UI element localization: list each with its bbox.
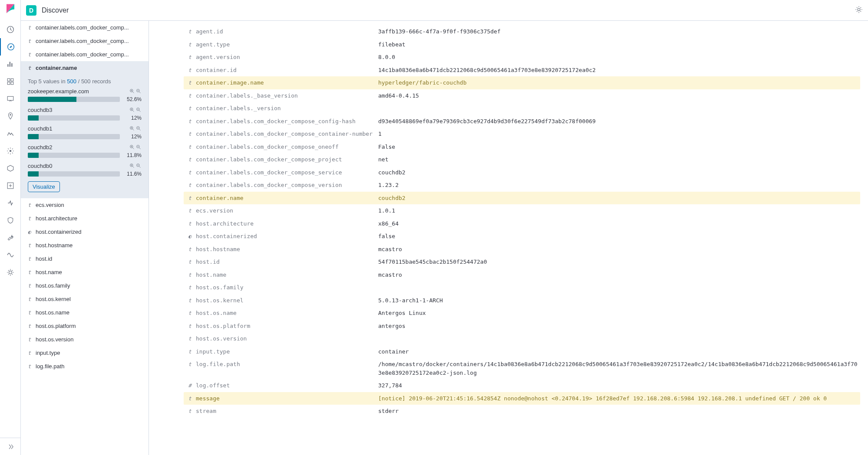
doc-field-row[interactable]: tcontainer.labels.com_docker_compose_ver… — [184, 179, 860, 192]
doc-field-name: agent.version — [196, 53, 378, 62]
doc-field-value: mcastro — [378, 245, 860, 254]
nav-monitoring-icon[interactable] — [0, 246, 21, 264]
doc-field-row[interactable]: tstreamstderr — [184, 405, 860, 418]
doc-field-row[interactable]: tinput.typecontainer — [184, 345, 860, 358]
nav-maps-icon[interactable] — [0, 108, 21, 125]
field-name-label: host.containerized — [36, 229, 143, 235]
nav-discover-icon[interactable] — [0, 38, 21, 56]
nav-dashboard-icon[interactable] — [0, 73, 21, 90]
field-type-icon: t — [28, 202, 36, 208]
kibana-logo-icon — [5, 3, 16, 14]
doc-field-row[interactable]: #log.offset327,784 — [184, 379, 860, 392]
doc-field-name: agent.id — [196, 27, 378, 36]
field-item[interactable]: thost.id — [21, 252, 149, 265]
field-item[interactable]: thost.architecture — [21, 212, 149, 225]
top-value-filter-icons[interactable] — [129, 126, 142, 131]
top-value-filter-icons[interactable] — [129, 88, 142, 94]
svg-point-11 — [858, 8, 860, 11]
doc-field-row[interactable]: thost.os.family — [184, 281, 860, 294]
doc-field-row[interactable]: tcontainer.labels.com_docker_compose_pro… — [184, 153, 860, 166]
top-value-bar — [28, 134, 120, 139]
field-item[interactable]: thost.name — [21, 265, 149, 279]
doc-field-row[interactable]: tcontainer.labels.com_docker_compose_one… — [184, 141, 860, 154]
doc-field-row[interactable]: tagent.typefilebeat — [184, 38, 860, 51]
doc-field-row[interactable]: tcontainer.labels.com_docker_compose_con… — [184, 115, 860, 128]
field-item[interactable]: thost.os.platform — [21, 319, 149, 333]
field-item[interactable]: thost.os.version — [21, 333, 149, 346]
field-item-selected[interactable]: tcontainer.name — [21, 61, 149, 75]
field-item[interactable]: tcontainer.labels.com_docker_comp... — [21, 48, 149, 61]
doc-field-value: /home/mcastro/docker/containers/14c1ba08… — [378, 360, 860, 377]
top-value-filter-icons[interactable] — [129, 163, 142, 169]
field-item[interactable]: thost.os.family — [21, 279, 149, 292]
doc-field-name: host.os.family — [196, 283, 378, 292]
doc-field-type-icon: t — [184, 271, 196, 279]
doc-field-row[interactable]: ◐host.containerizedfalse — [184, 230, 860, 243]
top-value-filter-icons[interactable] — [129, 107, 142, 113]
field-name-label: ecs.version — [36, 202, 143, 208]
doc-field-row[interactable]: tcontainer.labels._version — [184, 102, 860, 115]
field-name-label: host.os.name — [36, 309, 143, 316]
field-type-icon: t — [28, 216, 36, 222]
field-item[interactable]: tinput.type — [21, 346, 149, 360]
doc-field-row[interactable]: thost.os.nameAntergos Linux — [184, 307, 860, 320]
doc-field-type-icon: t — [184, 194, 196, 202]
field-item[interactable]: tcontainer.labels.com_docker_comp... — [21, 34, 149, 48]
top-value-pct: 11.8% — [123, 152, 142, 158]
field-type-icon: t — [28, 296, 36, 302]
nav-devtools-icon[interactable] — [0, 229, 21, 246]
field-item[interactable]: thost.os.kernel — [21, 292, 149, 306]
top-value-row: couchdb112% — [28, 125, 142, 140]
field-item[interactable]: tlog.file.path — [21, 360, 149, 373]
field-item[interactable]: ◐host.containerized — [21, 225, 149, 239]
doc-field-row[interactable]: tecs.version1.0.1 — [184, 204, 860, 217]
field-type-icon: t — [28, 310, 36, 316]
nav-expand-icon[interactable] — [0, 438, 21, 455]
doc-field-row[interactable]: tcontainer.labels.com_docker_compose_con… — [184, 128, 860, 141]
nav-recent-icon[interactable] — [0, 21, 21, 38]
doc-field-name: log.offset — [196, 381, 378, 390]
top-value-name: couchdb0 — [28, 163, 129, 169]
doc-field-row[interactable]: tcontainer.labels._base_versionamd64-0.4… — [184, 89, 860, 102]
nav-infra-icon[interactable] — [0, 142, 21, 160]
doc-field-row[interactable]: thost.os.version — [184, 332, 860, 345]
doc-field-name: host.os.platform — [196, 322, 378, 331]
nav-apm-icon[interactable] — [0, 177, 21, 194]
visualize-button[interactable]: Visualize — [28, 181, 60, 192]
doc-field-row[interactable]: thost.namemcastro — [184, 268, 860, 282]
nav-ml-icon[interactable] — [0, 125, 21, 142]
svg-point-8 — [9, 150, 11, 152]
app-root: D Discover tcontainer.labels.com_docker_… — [0, 0, 868, 455]
doc-field-row[interactable]: tcontainer.image.namehyperledger/fabric-… — [184, 76, 860, 89]
field-type-icon: t — [28, 337, 36, 343]
nav-logs-icon[interactable] — [0, 160, 21, 177]
doc-field-row[interactable]: tcontainer.labels.com_docker_compose_ser… — [184, 166, 860, 179]
field-item[interactable]: thost.os.name — [21, 306, 149, 319]
nav-canvas-icon[interactable] — [0, 90, 21, 108]
doc-field-row[interactable]: tmessage[notice] 2019-06-20T21:45:16.542… — [184, 392, 860, 405]
doc-field-row[interactable]: thost.os.kernel5.0.13-arch1-1-ARCH — [184, 294, 860, 307]
field-name-label: log.file.path — [36, 363, 143, 370]
doc-field-value: false — [378, 232, 860, 241]
doc-field-row[interactable]: thost.os.platformantergos — [184, 320, 860, 333]
doc-field-row[interactable]: tagent.version8.0.0 — [184, 51, 860, 64]
field-item[interactable]: tcontainer.labels.com_docker_comp... — [21, 21, 149, 34]
doc-field-row[interactable]: tcontainer.namecouchdb2 — [184, 192, 860, 205]
nav-visualize-icon[interactable] — [0, 56, 21, 73]
doc-field-row[interactable]: tcontainer.id14c1ba0836e8a6b471dcb221206… — [184, 64, 860, 77]
doc-field-row[interactable]: tlog.file.path/home/mcastro/docker/conta… — [184, 358, 860, 379]
field-name-label: container.name — [36, 65, 143, 71]
nav-management-icon[interactable] — [0, 264, 21, 281]
doc-field-row[interactable]: thost.hostnamemcastro — [184, 243, 860, 256]
nav-siem-icon[interactable] — [0, 212, 21, 229]
nav-uptime-icon[interactable] — [0, 194, 21, 212]
field-item[interactable]: thost.hostname — [21, 239, 149, 252]
top-value-filter-icons[interactable] — [129, 144, 142, 150]
field-list-sidebar: tcontainer.labels.com_docker_comp...tcon… — [21, 21, 149, 455]
doc-field-row[interactable]: tagent.id3affb139-666c-4f7a-9f0f-f9306c3… — [184, 25, 860, 38]
settings-gear-icon[interactable] — [855, 6, 863, 15]
doc-field-row[interactable]: thost.id54f70115bae545cbac2b150f254472a0 — [184, 255, 860, 268]
field-item[interactable]: tecs.version — [21, 198, 149, 212]
doc-field-row[interactable]: thost.architecturex86_64 — [184, 217, 860, 230]
doc-field-value: x86_64 — [378, 219, 860, 228]
